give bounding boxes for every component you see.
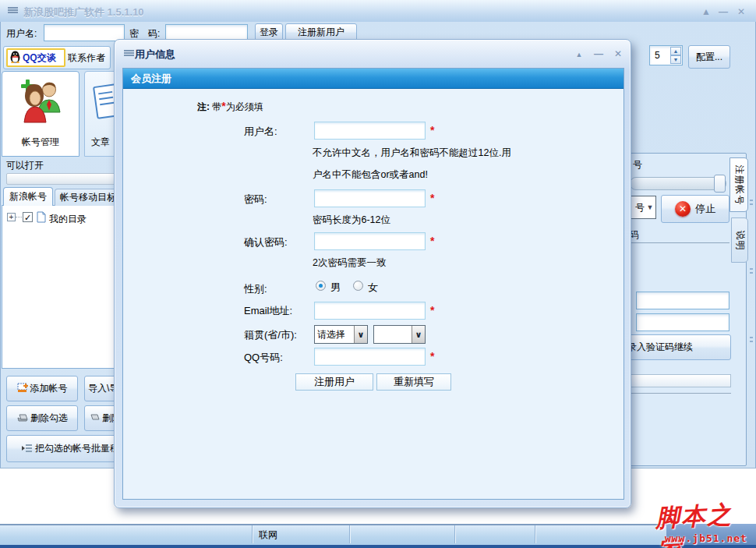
config-button[interactable]: 配置... xyxy=(688,45,730,69)
spinner-down-icon[interactable]: ▼ xyxy=(670,55,681,64)
register-user-button[interactable]: 注册用户 xyxy=(295,373,373,391)
tree-root-checkbox[interactable]: ✓ xyxy=(23,212,33,222)
note-suffix: 为必须填 xyxy=(226,101,263,112)
eraser-icon-2 xyxy=(88,413,100,424)
dlg-qq-required: * xyxy=(430,350,434,362)
dialog-minimize-button[interactable]: — xyxy=(592,48,605,59)
app-icon xyxy=(8,7,18,15)
account-tree-panel: + ✓ 我的目录 xyxy=(2,205,122,369)
qq-chat-button[interactable]: QQ交谈 xyxy=(6,48,65,67)
note-pre: 带 xyxy=(210,101,221,112)
status-divider xyxy=(349,525,350,543)
speed-slider-track[interactable] xyxy=(630,177,726,190)
delete-checked-button[interactable]: 删除勾选 xyxy=(6,405,78,431)
dialog-collapse-button[interactable]: ▲ xyxy=(573,49,585,60)
gender-male-label: 男 xyxy=(330,281,341,295)
account-people-icon xyxy=(19,78,63,126)
thread-count-spinner[interactable]: 5 ▲ ▼ xyxy=(649,45,683,65)
can-open-label: 可以打开 xyxy=(6,159,44,172)
gender-female-label: 女 xyxy=(368,281,378,295)
captcha-input-2[interactable] xyxy=(636,313,730,331)
progress-bar xyxy=(6,173,117,185)
tab-sina-accounts-label: 新浪帐号 xyxy=(9,190,47,203)
gender-female-radio[interactable] xyxy=(353,281,363,291)
tree-expander-icon[interactable]: + xyxy=(7,213,16,221)
tab-sina-accounts[interactable]: 新浪帐号 xyxy=(3,187,53,206)
stop-icon: ✕ xyxy=(675,201,691,217)
dlg-qq-label: QQ号码: xyxy=(244,351,283,365)
enter-captcha-continue-button[interactable]: 录入验证码继续 xyxy=(622,334,731,360)
dlg-email-input[interactable] xyxy=(314,302,426,320)
right-divider-2 xyxy=(628,393,731,394)
confirm-help: 2次密码需要一致 xyxy=(313,256,386,270)
resize-grip-dots[interactable] xyxy=(750,200,753,207)
dialog-icon xyxy=(124,50,134,58)
batch-move-button[interactable]: 把勾选的帐号批量移 xyxy=(6,435,122,462)
dlg-confirm-input[interactable] xyxy=(314,232,426,250)
add-account-label: 添加帐号 xyxy=(30,382,68,395)
stop-button[interactable]: ✕ 停止 xyxy=(661,195,730,223)
batch-move-icon xyxy=(21,443,33,455)
dlg-password-required: * xyxy=(430,192,434,204)
batch-move-label: 把勾选的帐号批量移 xyxy=(35,442,119,455)
status-divider xyxy=(535,525,535,543)
username-help-2: 户名中不能包含or或者and! xyxy=(313,168,428,182)
reset-form-button[interactable]: 重新填写 xyxy=(376,373,451,391)
add-account-button[interactable]: 添加帐号 xyxy=(6,376,78,401)
add-account-icon xyxy=(17,383,28,395)
tab-account-move-target-label: 帐号移动目标 xyxy=(60,191,116,204)
right-progress-bar xyxy=(628,374,731,387)
spinner-value: 5 xyxy=(655,50,660,61)
dlg-qq-input[interactable] xyxy=(314,348,426,366)
username-label: 用户名: xyxy=(6,27,37,41)
dlg-username-required: * xyxy=(430,124,434,136)
window-bottom-edge xyxy=(0,545,756,548)
collapse-button[interactable]: ▲ xyxy=(700,6,712,17)
dlg-password-input[interactable] xyxy=(314,189,426,207)
member-register-header: 会员注册 xyxy=(123,69,624,89)
enter-captcha-continue-label: 录入验证码继续 xyxy=(627,341,693,354)
dlg-password-label: 密码: xyxy=(244,193,267,207)
dlg-native-label: 籍贯(省/市): xyxy=(244,328,297,342)
captcha-input-1[interactable] xyxy=(636,292,730,309)
province-select-arrow-icon: ∨ xyxy=(354,326,367,343)
close-button[interactable]: ✕ xyxy=(735,6,747,17)
dlg-username-input[interactable] xyxy=(314,122,426,140)
gender-male-radio[interactable] xyxy=(316,281,326,291)
account-management-card[interactable]: 帐号管理 xyxy=(2,71,79,157)
window-title: 新浪股吧推广软件 1.5.1.10 xyxy=(23,5,144,19)
resize-grip-dots[interactable] xyxy=(750,337,753,345)
dlg-confirm-label: 确认密码: xyxy=(244,235,288,249)
qq-chat-label: QQ交谈 xyxy=(23,51,56,65)
dlg-confirm-required: * xyxy=(430,235,434,247)
tree-doc-icon xyxy=(37,211,46,225)
dlg-email-label: Email地址: xyxy=(244,304,292,318)
username-input[interactable] xyxy=(44,24,125,41)
user-info-dialog: 用户信息 ▲ — ✕ 会员注册 注: 带*为必须填 用户名: * 不允许中文名，… xyxy=(114,39,631,508)
watermark-url: www.jb51.net xyxy=(665,532,747,544)
combo-arrow-icon: ▼ xyxy=(645,203,655,211)
tree-root-label[interactable]: 我的目录 xyxy=(49,213,87,226)
dlg-email-required: * xyxy=(430,304,434,316)
spinner-up-icon[interactable]: ▲ xyxy=(670,47,681,55)
dialog-close-button[interactable]: ✕ xyxy=(612,48,624,59)
speed-slider-handle[interactable] xyxy=(714,175,726,193)
city-select[interactable]: ∨ xyxy=(373,325,426,344)
right-label-fragment-hao: 号 xyxy=(633,158,642,171)
vtab-register-accounts-label: 注册帐号 xyxy=(733,164,746,205)
vtab-help[interactable]: 说明 xyxy=(731,217,748,263)
minimize-button[interactable]: — xyxy=(717,6,730,17)
vtab-register-accounts[interactable]: 注册帐号 xyxy=(730,157,748,212)
stop-label: 停止 xyxy=(695,202,715,216)
province-select[interactable]: 请选择 ∨ xyxy=(314,325,368,344)
dlg-gender-label: 性别: xyxy=(244,282,267,296)
app-window: 新浪股吧推广软件 1.5.1.10 ▲ — ✕ 用户名: 密 码: 登录 注册新… xyxy=(0,0,756,548)
tree-connector xyxy=(16,217,22,217)
note-bold: 注: xyxy=(197,101,210,112)
tab-account-move-target[interactable]: 帐号移动目标 xyxy=(55,189,122,206)
vtab-help-label: 说明 xyxy=(733,230,747,250)
status-divider xyxy=(454,525,455,543)
contact-author-label[interactable]: 联系作者 xyxy=(68,51,105,65)
right-divider xyxy=(630,242,730,243)
resize-grip-dots[interactable] xyxy=(750,268,753,276)
